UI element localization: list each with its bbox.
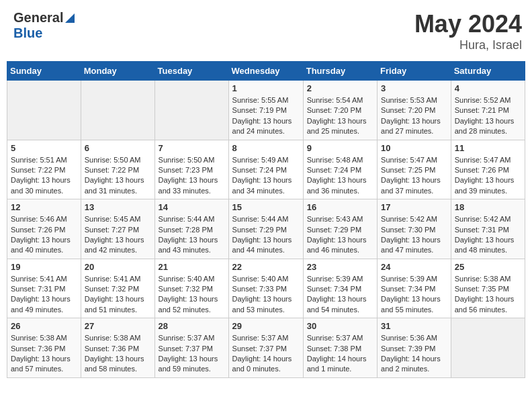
- cell-info: Sunrise: 5:44 AMSunset: 7:28 PMDaylight:…: [159, 214, 225, 256]
- calendar-header-row: SundayMondayTuesdayWednesdayThursdayFrid…: [7, 62, 525, 81]
- calendar-week-row: 12Sunrise: 5:46 AMSunset: 7:26 PMDayligh…: [7, 199, 525, 259]
- calendar-week-row: 19Sunrise: 5:41 AMSunset: 7:31 PMDayligh…: [7, 259, 525, 318]
- day-number: 11: [455, 143, 521, 153]
- header-sunday: Sunday: [7, 62, 81, 81]
- day-number: 21: [159, 262, 225, 272]
- day-number: 3: [381, 83, 447, 93]
- calendar-cell: 10Sunrise: 5:47 AMSunset: 7:25 PMDayligh…: [378, 140, 451, 199]
- logo-triangle-icon: [64, 12, 76, 24]
- calendar-cell: 16Sunrise: 5:43 AMSunset: 7:29 PMDayligh…: [303, 199, 377, 259]
- page-header: General Blue May 2024 Hura, Israel: [7, 7, 525, 56]
- day-number: 19: [11, 262, 77, 272]
- day-number: 26: [11, 321, 77, 331]
- day-number: 25: [455, 262, 521, 272]
- calendar-table: SundayMondayTuesdayWednesdayThursdayFrid…: [7, 61, 525, 378]
- cell-info: Sunrise: 5:47 AMSunset: 7:26 PMDaylight:…: [455, 155, 521, 197]
- cell-info: Sunrise: 5:40 AMSunset: 7:33 PMDaylight:…: [232, 274, 300, 316]
- calendar-week-row: 5Sunrise: 5:51 AMSunset: 7:22 PMDaylight…: [7, 140, 525, 199]
- cell-info: Sunrise: 5:39 AMSunset: 7:34 PMDaylight:…: [307, 274, 373, 316]
- day-number: 15: [232, 202, 300, 212]
- cell-info: Sunrise: 5:39 AMSunset: 7:34 PMDaylight:…: [381, 274, 447, 316]
- calendar-cell: 17Sunrise: 5:42 AMSunset: 7:30 PMDayligh…: [378, 199, 451, 259]
- logo-general-text: General: [13, 10, 63, 26]
- title-area: May 2024 Hura, Israel: [414, 10, 522, 52]
- cell-info: Sunrise: 5:38 AMSunset: 7:35 PMDaylight:…: [455, 274, 521, 316]
- calendar-cell: 1Sunrise: 5:55 AMSunset: 7:19 PMDaylight…: [228, 81, 303, 140]
- day-number: 31: [381, 321, 447, 331]
- day-number: 16: [307, 202, 373, 212]
- day-number: 6: [85, 143, 151, 153]
- day-number: 5: [11, 143, 77, 153]
- cell-info: Sunrise: 5:47 AMSunset: 7:25 PMDaylight:…: [381, 155, 447, 197]
- calendar-cell: [81, 81, 154, 140]
- location: Hura, Israel: [414, 38, 522, 52]
- day-number: 23: [307, 262, 373, 272]
- cell-info: Sunrise: 5:50 AMSunset: 7:22 PMDaylight:…: [85, 155, 151, 197]
- cell-info: Sunrise: 5:38 AMSunset: 7:36 PMDaylight:…: [85, 333, 151, 375]
- cell-info: Sunrise: 5:46 AMSunset: 7:26 PMDaylight:…: [11, 214, 77, 256]
- day-number: 24: [381, 262, 447, 272]
- calendar-cell: 7Sunrise: 5:50 AMSunset: 7:23 PMDaylight…: [154, 140, 228, 199]
- calendar-cell: 18Sunrise: 5:42 AMSunset: 7:31 PMDayligh…: [451, 199, 525, 259]
- cell-info: Sunrise: 5:38 AMSunset: 7:36 PMDaylight:…: [11, 333, 77, 375]
- cell-info: Sunrise: 5:36 AMSunset: 7:39 PMDaylight:…: [381, 333, 447, 375]
- cell-info: Sunrise: 5:45 AMSunset: 7:27 PMDaylight:…: [85, 214, 151, 256]
- cell-info: Sunrise: 5:40 AMSunset: 7:32 PMDaylight:…: [159, 274, 225, 316]
- cell-info: Sunrise: 5:49 AMSunset: 7:24 PMDaylight:…: [232, 155, 300, 197]
- header-wednesday: Wednesday: [228, 62, 303, 81]
- calendar-cell: 20Sunrise: 5:41 AMSunset: 7:32 PMDayligh…: [81, 259, 154, 318]
- header-friday: Friday: [378, 62, 451, 81]
- day-number: 27: [85, 321, 151, 331]
- day-number: 30: [307, 321, 373, 331]
- calendar-cell: 22Sunrise: 5:40 AMSunset: 7:33 PMDayligh…: [228, 259, 303, 318]
- day-number: 28: [159, 321, 225, 331]
- header-monday: Monday: [81, 62, 154, 81]
- day-number: 18: [455, 202, 521, 212]
- calendar-cell: [7, 81, 81, 140]
- day-number: 8: [232, 143, 300, 153]
- calendar-cell: 14Sunrise: 5:44 AMSunset: 7:28 PMDayligh…: [154, 199, 228, 259]
- calendar-cell: 5Sunrise: 5:51 AMSunset: 7:22 PMDaylight…: [7, 140, 81, 199]
- calendar-cell: 11Sunrise: 5:47 AMSunset: 7:26 PMDayligh…: [451, 140, 525, 199]
- calendar-cell: 23Sunrise: 5:39 AMSunset: 7:34 PMDayligh…: [303, 259, 377, 318]
- cell-info: Sunrise: 5:48 AMSunset: 7:24 PMDaylight:…: [307, 155, 373, 197]
- calendar-cell: 27Sunrise: 5:38 AMSunset: 7:36 PMDayligh…: [81, 318, 154, 378]
- cell-info: Sunrise: 5:42 AMSunset: 7:31 PMDaylight:…: [455, 214, 521, 256]
- calendar-cell: 24Sunrise: 5:39 AMSunset: 7:34 PMDayligh…: [378, 259, 451, 318]
- calendar-week-row: 26Sunrise: 5:38 AMSunset: 7:36 PMDayligh…: [7, 318, 525, 378]
- day-number: 20: [85, 262, 151, 272]
- day-number: 4: [455, 83, 521, 93]
- day-number: 1: [232, 83, 300, 93]
- cell-info: Sunrise: 5:51 AMSunset: 7:22 PMDaylight:…: [11, 155, 77, 197]
- calendar-cell: 30Sunrise: 5:37 AMSunset: 7:38 PMDayligh…: [303, 318, 377, 378]
- logo-blue-text: Blue: [13, 26, 42, 40]
- calendar-cell: 15Sunrise: 5:44 AMSunset: 7:29 PMDayligh…: [228, 199, 303, 259]
- svg-marker-0: [65, 13, 75, 23]
- calendar-cell: 3Sunrise: 5:53 AMSunset: 7:20 PMDaylight…: [378, 81, 451, 140]
- calendar-cell: 21Sunrise: 5:40 AMSunset: 7:32 PMDayligh…: [154, 259, 228, 318]
- cell-info: Sunrise: 5:44 AMSunset: 7:29 PMDaylight:…: [232, 214, 300, 256]
- calendar-cell: 26Sunrise: 5:38 AMSunset: 7:36 PMDayligh…: [7, 318, 81, 378]
- calendar-cell: 4Sunrise: 5:52 AMSunset: 7:21 PMDaylight…: [451, 81, 525, 140]
- calendar-cell: [451, 318, 525, 378]
- day-number: 7: [159, 143, 225, 153]
- cell-info: Sunrise: 5:41 AMSunset: 7:32 PMDaylight:…: [85, 274, 151, 316]
- calendar-cell: 9Sunrise: 5:48 AMSunset: 7:24 PMDaylight…: [303, 140, 377, 199]
- day-number: 17: [381, 202, 447, 212]
- day-number: 2: [307, 83, 373, 93]
- calendar-cell: 19Sunrise: 5:41 AMSunset: 7:31 PMDayligh…: [7, 259, 81, 318]
- cell-info: Sunrise: 5:42 AMSunset: 7:30 PMDaylight:…: [381, 214, 447, 256]
- cell-info: Sunrise: 5:50 AMSunset: 7:23 PMDaylight:…: [159, 155, 225, 197]
- calendar-cell: 25Sunrise: 5:38 AMSunset: 7:35 PMDayligh…: [451, 259, 525, 318]
- cell-info: Sunrise: 5:37 AMSunset: 7:37 PMDaylight:…: [159, 333, 225, 375]
- calendar-cell: 6Sunrise: 5:50 AMSunset: 7:22 PMDaylight…: [81, 140, 154, 199]
- cell-info: Sunrise: 5:41 AMSunset: 7:31 PMDaylight:…: [11, 274, 77, 316]
- day-number: 9: [307, 143, 373, 153]
- calendar-cell: 8Sunrise: 5:49 AMSunset: 7:24 PMDaylight…: [228, 140, 303, 199]
- calendar-cell: 13Sunrise: 5:45 AMSunset: 7:27 PMDayligh…: [81, 199, 154, 259]
- calendar-cell: 31Sunrise: 5:36 AMSunset: 7:39 PMDayligh…: [378, 318, 451, 378]
- cell-info: Sunrise: 5:37 AMSunset: 7:37 PMDaylight:…: [232, 333, 300, 375]
- day-number: 22: [232, 262, 300, 272]
- day-number: 29: [232, 321, 300, 331]
- day-number: 14: [159, 202, 225, 212]
